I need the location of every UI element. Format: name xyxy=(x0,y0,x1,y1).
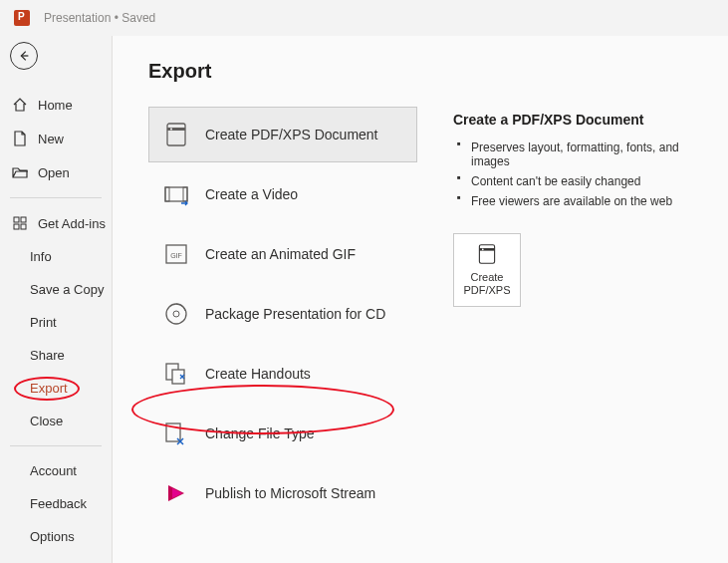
export-label: Create Handouts xyxy=(205,366,311,382)
nav-share[interactable]: Share xyxy=(0,339,112,372)
export-label: Create an Animated GIF xyxy=(205,246,356,262)
nav-home[interactable]: Home xyxy=(0,88,112,122)
action-label-2: PDF/XPS xyxy=(463,284,510,296)
export-publish-stream[interactable]: Publish to Microsoft Stream xyxy=(148,465,417,521)
nav-print[interactable]: Print xyxy=(0,306,112,339)
arrow-left-icon xyxy=(17,49,31,63)
export-label: Publish to Microsoft Stream xyxy=(205,485,375,501)
detail-bullet: Content can't be easily changed xyxy=(453,171,692,191)
nav-label: Get Add-ins xyxy=(38,216,106,231)
cd-icon xyxy=(163,301,189,327)
svg-rect-6 xyxy=(167,128,185,131)
nav-open[interactable]: Open xyxy=(0,155,112,189)
nav-label: Info xyxy=(30,249,52,264)
nav-label: Open xyxy=(38,165,70,180)
handouts-icon xyxy=(163,361,189,387)
change-file-type-icon xyxy=(163,421,189,446)
divider xyxy=(10,197,102,198)
nav-feedback[interactable]: Feedback xyxy=(0,487,112,520)
nav-label: Account xyxy=(30,463,77,478)
detail-title: Create a PDF/XPS Document xyxy=(453,112,692,128)
nav-close[interactable]: Close xyxy=(0,405,112,437)
export-create-pdf-xps[interactable]: Create PDF/XPS Document xyxy=(148,107,417,162)
export-label: Create a Video xyxy=(205,186,298,202)
nav-account[interactable]: Account xyxy=(0,454,112,487)
svg-rect-2 xyxy=(21,217,26,222)
detail-bullets: Preserves layout, formatting, fonts, and… xyxy=(453,138,692,211)
folder-open-icon xyxy=(12,164,28,180)
export-package-cd[interactable]: Package Presentation for CD xyxy=(148,286,417,342)
svg-rect-5 xyxy=(167,124,185,145)
divider xyxy=(10,445,102,446)
svg-rect-1 xyxy=(14,217,19,222)
back-button[interactable] xyxy=(10,42,38,70)
nav-label: Save a Copy xyxy=(30,282,104,297)
nav-label: Close xyxy=(30,414,63,428)
detail-bullet: Free viewers are available on the web xyxy=(453,191,692,211)
export-create-handouts[interactable]: Create Handouts xyxy=(148,346,417,402)
powerpoint-app-icon xyxy=(14,10,30,26)
nav-label: Export xyxy=(30,381,68,396)
page-title: Export xyxy=(148,60,417,83)
nav-label: Home xyxy=(38,98,73,113)
titlebar: Presentation • Saved xyxy=(0,0,728,36)
detail-bullet: Preserves layout, formatting, fonts, and… xyxy=(453,138,692,171)
home-icon xyxy=(12,97,28,113)
nav-label: New xyxy=(38,132,64,146)
addins-icon xyxy=(12,215,28,231)
nav-export[interactable]: Export xyxy=(0,372,112,405)
main-content: Export Create PDF/XPS Document Create a … xyxy=(112,36,728,563)
document-title: Presentation • Saved xyxy=(44,11,155,25)
svg-rect-4 xyxy=(21,224,26,229)
pdf-document-icon xyxy=(163,122,189,147)
svg-point-7 xyxy=(170,129,172,131)
export-label: Change File Type xyxy=(205,425,314,441)
action-label-1: Create xyxy=(470,271,503,283)
create-pdf-xps-button[interactable]: Create PDF/XPS xyxy=(453,233,521,307)
nav-save-copy[interactable]: Save a Copy xyxy=(0,273,112,306)
svg-point-14 xyxy=(173,311,179,317)
svg-text:GIF: GIF xyxy=(170,252,182,259)
nav-label: Feedback xyxy=(30,496,87,511)
nav-label: Share xyxy=(30,348,65,363)
backstage-sidebar: Home New Open Get Add-ins Info Save a Co… xyxy=(0,36,112,563)
pdf-document-icon xyxy=(476,243,498,265)
gif-icon: GIF xyxy=(163,241,189,267)
svg-rect-19 xyxy=(479,248,494,251)
video-icon xyxy=(163,181,189,207)
svg-rect-8 xyxy=(165,187,187,201)
export-create-video[interactable]: Create a Video xyxy=(148,166,417,222)
export-create-gif[interactable]: GIF Create an Animated GIF xyxy=(148,226,417,282)
svg-rect-3 xyxy=(14,224,19,229)
nav-info[interactable]: Info xyxy=(0,240,112,273)
svg-point-20 xyxy=(482,248,484,250)
export-label: Create PDF/XPS Document xyxy=(205,127,378,142)
svg-rect-18 xyxy=(479,245,494,264)
export-label: Package Presentation for CD xyxy=(205,306,385,322)
nav-options[interactable]: Options xyxy=(0,520,112,553)
nav-new[interactable]: New xyxy=(0,122,112,155)
stream-icon xyxy=(163,480,189,506)
new-icon xyxy=(12,131,28,146)
nav-get-addins[interactable]: Get Add-ins xyxy=(0,206,112,240)
nav-label: Options xyxy=(30,529,75,544)
export-detail-panel: Create a PDF/XPS Document Preserves layo… xyxy=(453,60,692,539)
export-change-file-type[interactable]: Change File Type xyxy=(148,406,417,461)
nav-label: Print xyxy=(30,315,57,330)
